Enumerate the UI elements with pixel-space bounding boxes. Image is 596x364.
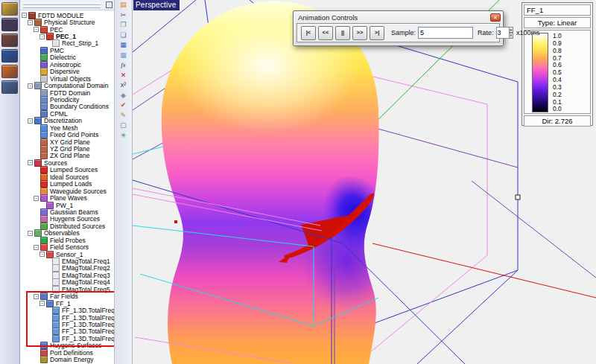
tree-item-ff-1-3d-totalfreq-2[interactable]: FF_1.3D.TotalFreq.2	[20, 314, 114, 321]
tree-item-yz-grid-plane[interactable]: YZ Grid Plane	[20, 145, 114, 152]
save-icon[interactable]: ▢	[116, 121, 130, 131]
tree-item-ff-1-3d-totalfreq-3[interactable]: FF_1.3D.TotalFreq.3	[20, 321, 114, 328]
tree-item-computational-domain[interactable]: -Computational Domain	[20, 82, 114, 89]
mesh-grid-icon[interactable]: ▦	[116, 40, 130, 51]
tree-item-fdtd-module[interactable]: -FDTD MODULE	[20, 12, 114, 19]
module-pattern-icon[interactable]	[1, 18, 18, 31]
tree-item-field-probes[interactable]: Field Probes	[20, 237, 114, 243]
expander-icon[interactable]: -	[39, 252, 45, 257]
tree-item-sources[interactable]: -Sources	[20, 159, 114, 166]
pause-button[interactable]: ||	[335, 26, 350, 40]
spinner-down-icon[interactable]: ▼	[509, 33, 513, 39]
tree-item-fdtd-domain[interactable]: FDTD Domain	[20, 89, 114, 96]
tree-item-boundary-conditions[interactable]: Boundary Conditions	[20, 103, 114, 110]
tree-item-plane-waves[interactable]: -Plane Waves	[20, 194, 114, 201]
tree-item-port-definitions[interactable]: Port Definitions	[20, 349, 114, 356]
tree-item-ff-1-3d-totalfreq-1[interactable]: FF_1.3D.TotalFreq.1	[20, 307, 114, 313]
tree-item-distributed-sources[interactable]: Distributed Sources	[20, 223, 114, 229]
tree-item-lumped-loads[interactable]: Lumped Loads	[20, 181, 114, 188]
tree-item-cpml[interactable]: CPML	[20, 110, 114, 117]
tree-item-field-sensors[interactable]: -Field Sensors	[20, 243, 114, 250]
module-wave-icon[interactable]	[1, 49, 18, 63]
step-back-button[interactable]: <<	[318, 26, 333, 40]
module-material-icon[interactable]	[1, 33, 18, 47]
tree-item-far-fields[interactable]: -Far Fields	[20, 293, 114, 300]
tree-item-dispersive[interactable]: Dispersive	[20, 68, 114, 75]
mouse-icon[interactable]: ◆	[116, 91, 130, 101]
expander-icon[interactable]: -	[34, 245, 39, 250]
tree-item-emagtotal-freq1[interactable]: EMagTotal.Freq1	[20, 258, 114, 264]
function-icon[interactable]: fx	[116, 60, 130, 71]
selection-handle[interactable]	[516, 195, 520, 199]
tree-item-virtual-objects[interactable]: Virtual Objects	[20, 75, 114, 82]
tree-item-pmc[interactable]: PMC	[20, 47, 114, 54]
tree-item-anisotropic[interactable]: Anisotropic	[20, 61, 114, 68]
tree-item-huygens-surfaces[interactable]: Huygens Surfaces	[20, 342, 114, 349]
go-end-button[interactable]: >|	[370, 26, 384, 40]
grid-points-icon[interactable]: ▦	[116, 51, 130, 61]
dialog-titlebar[interactable]: Animation Controls ✕	[294, 11, 503, 22]
expander-icon[interactable]: -	[28, 160, 33, 165]
run-icon[interactable]: ✳	[116, 131, 130, 141]
tree-item-observables[interactable]: -Observables	[20, 230, 114, 237]
cut-icon[interactable]: ✂	[116, 10, 130, 21]
tree-item-gaussian-beams[interactable]: Gaussian Beams	[20, 208, 114, 215]
validate-icon[interactable]: ✔	[116, 100, 130, 111]
tree-item-sensor-1[interactable]: -Sensor_1	[20, 251, 114, 258]
expander-icon[interactable]: -	[39, 301, 45, 306]
expander-icon[interactable]: -	[28, 20, 33, 25]
expander-icon[interactable]: -	[28, 231, 33, 236]
tree-item-emagtotal-freq4[interactable]: EMagTotal.Freq4	[20, 279, 114, 286]
rate-input[interactable]	[496, 27, 509, 39]
tree-item-pw-1[interactable]: PW_1	[20, 202, 114, 208]
tree-item-huygens-sources[interactable]: Huygens Sources	[20, 216, 114, 223]
tree-item-pec[interactable]: -PEC	[20, 26, 114, 33]
module-mesh-icon[interactable]	[1, 65, 18, 78]
dialog-body: |<<<||>>>| Sample: Rate: ▲ ▼ x100ms	[297, 23, 500, 42]
paste-icon[interactable]: ❏	[116, 31, 130, 41]
delete-icon[interactable]: ✕	[116, 71, 130, 81]
tree-item-zx-grid-plane[interactable]: ZX Grid Plane	[20, 153, 114, 159]
tree-panel-header[interactable]	[20, 0, 114, 10]
tree-item-ideal-sources[interactable]: Ideal Sources	[20, 173, 114, 180]
step-forward-button[interactable]: >>	[352, 26, 367, 40]
rate-spinner[interactable]: ▲ ▼	[509, 27, 513, 39]
tree-item-physical-structure[interactable]: -Physical Structure	[20, 19, 114, 25]
animation-controls-dialog[interactable]: Animation Controls ✕ |<<<||>>>| Sample: …	[293, 10, 504, 46]
go-start-button[interactable]: |<	[301, 26, 316, 40]
expander-icon[interactable]: -	[28, 83, 33, 89]
expander-icon[interactable]: -	[34, 27, 39, 32]
module-results-icon[interactable]	[1, 80, 18, 94]
layout-icon[interactable]: ▤	[116, 0, 130, 10]
tree-item-pec-1[interactable]: -PEC_1	[20, 33, 114, 39]
tree-item-lumped-sources[interactable]: Lumped Sources	[20, 167, 114, 173]
tree-item-fixed-grid-points[interactable]: Fixed Grid Points	[20, 131, 114, 138]
sample-input[interactable]	[418, 27, 473, 39]
tree-item-domain-energy[interactable]: Domain Energy	[20, 356, 114, 363]
tree-item-dielectric[interactable]: Dielectric	[20, 54, 114, 61]
expander-icon[interactable]: -	[28, 118, 33, 124]
tree-item-emagtotal-freq3[interactable]: EMagTotal.Freq3	[20, 272, 114, 278]
tree-item-yee-mesh[interactable]: Yee Mesh	[20, 124, 114, 131]
expander-icon[interactable]: -	[22, 13, 27, 18]
tree-item-waveguide-sources[interactable]: Waveguide Sources	[20, 188, 114, 194]
module-project-icon[interactable]	[1, 2, 18, 16]
tree-item-emagtotal-freq5[interactable]: EMagTotal.Freq5	[20, 286, 114, 293]
copy-icon[interactable]: ❐	[116, 20, 130, 31]
formula-icon[interactable]: x²	[116, 80, 130, 91]
edit-icon[interactable]: ✎	[116, 111, 130, 121]
tree-item-rect-strip-1[interactable]: Rect_Strip_1	[20, 40, 114, 47]
close-icon[interactable]: ✕	[490, 13, 501, 22]
tree-item-emagtotal-freq2[interactable]: EMagTotal.Freq2	[20, 265, 114, 272]
expander-icon[interactable]: -	[39, 34, 45, 39]
tree-item-ff-1[interactable]: -FF_1	[20, 300, 114, 307]
tree-item-ff-1-3d-totalfreq-5[interactable]: FF_1.3D.TotalFreq.5	[20, 335, 114, 342]
tree-item-xy-grid-plane[interactable]: XY Grid Plane	[20, 138, 114, 145]
panel-dock-button[interactable]	[106, 1, 112, 8]
expander-icon[interactable]: -	[34, 196, 39, 201]
tree-item-periodicity[interactable]: Periodicity	[20, 96, 114, 103]
tree-item-ff-1-3d-totalfreq-4[interactable]: FF_1.3D.TotalFreq.4	[20, 328, 114, 335]
spinner-up-icon[interactable]: ▲	[509, 27, 513, 33]
expander-icon[interactable]: -	[34, 294, 39, 299]
tree-item-discretization[interactable]: -Discretization	[20, 118, 114, 124]
